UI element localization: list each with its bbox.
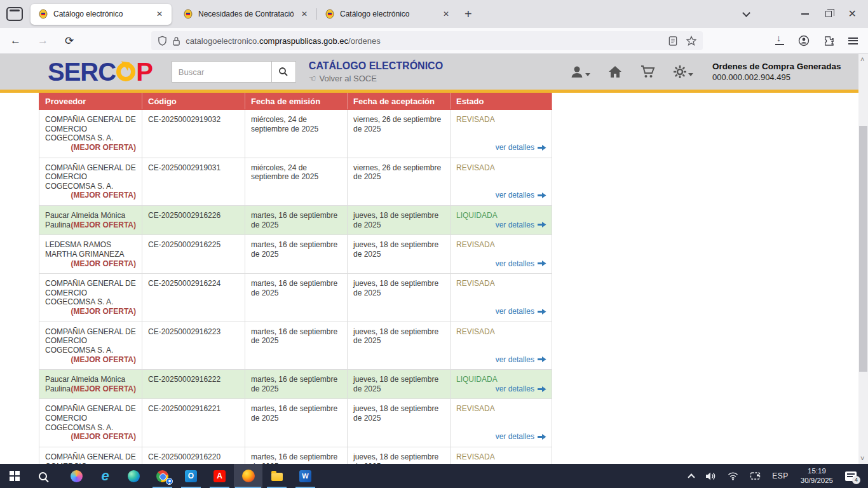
lock-icon[interactable] (172, 36, 180, 46)
home-button[interactable] (608, 65, 622, 78)
search-button[interactable] (272, 61, 296, 83)
status-badge: REVISADA (456, 163, 495, 172)
chrome-button[interactable] (148, 464, 177, 488)
acceptance-date-cell: jueves, 18 de septiembre de 2025 (348, 370, 451, 399)
tab-title: Catálogo electrónico (340, 10, 435, 18)
window-minimize-button[interactable] (801, 13, 809, 15)
best-offer-badge: (MEJOR OFERTA) (71, 259, 136, 269)
provider-name: LEDESMA RAMOS MARTHA GRIMANEZA (45, 240, 124, 259)
ver-detalles-label: ver detalles (496, 191, 534, 200)
copilot-button[interactable] (62, 464, 91, 488)
arrow-right-icon (538, 433, 546, 440)
acceptance-date-cell: jueves, 18 de septiembre de 2025 (348, 399, 451, 447)
arrow-right-icon (538, 386, 546, 393)
reload-button[interactable]: ⟳ (58, 32, 80, 50)
ver-detalles-label: ver detalles (496, 432, 534, 442)
tab-close-icon[interactable]: ✕ (440, 8, 452, 20)
emission-date-cell: martes, 16 de septiembre de 2025 (245, 322, 348, 370)
ver-detalles-link[interactable]: ver detalles (496, 432, 546, 442)
display-connect-button[interactable] (745, 464, 765, 488)
user-menu[interactable] (570, 65, 590, 79)
catalog-search (172, 61, 296, 83)
tab-catalogo-1[interactable]: Catálogo electrónico ✕ (31, 4, 172, 25)
scrollbar-thumb[interactable] (859, 126, 867, 372)
provider-name: COMPAÑIA GENERAL DE COMERCIO COGECOMSA S… (45, 163, 136, 191)
action-center-button[interactable]: 4 (841, 464, 864, 488)
provider-cell: COMPAÑIA GENERAL DE COMERCIO COGECOMSA S… (39, 158, 142, 206)
ver-detalles-label: ver detalles (496, 384, 534, 394)
column-header-proveedor: Proveedor (39, 93, 142, 110)
ver-detalles-link[interactable]: ver detalles (496, 191, 546, 200)
wifi-button[interactable] (723, 464, 743, 488)
scroll-down-arrow[interactable]: ˅ (860, 456, 866, 461)
settings-menu[interactable] (673, 65, 693, 79)
forward-button[interactable]: → (31, 32, 55, 50)
taskbar-search-button[interactable] (29, 464, 57, 488)
reader-view-icon[interactable] (668, 36, 677, 46)
order-row: COMPAÑIA GENERAL DE COMERCIO COGECOMSA S… (39, 399, 552, 447)
ver-detalles-label: ver detalles (496, 307, 534, 316)
sercop-logo[interactable]: SERC P (48, 59, 153, 85)
tab-close-icon[interactable]: ✕ (154, 8, 165, 20)
cart-button[interactable] (640, 65, 655, 79)
page-title: CATÁLOGO ELECTRÓNICO (309, 60, 443, 72)
internet-explorer-button[interactable]: e (91, 464, 119, 488)
extensions-puzzle-icon[interactable] (824, 36, 834, 46)
search-input[interactable] (172, 61, 272, 83)
search-icon (278, 67, 288, 77)
ver-detalles-link[interactable]: ver detalles (496, 307, 546, 316)
tracking-shield-icon[interactable] (158, 36, 167, 46)
downloads-icon[interactable] (775, 36, 784, 45)
list-all-tabs-icon[interactable] (742, 9, 750, 17)
display-icon (750, 471, 761, 480)
firefox-button[interactable] (234, 464, 262, 488)
tab-close-icon[interactable]: ✕ (299, 8, 310, 20)
tab-catalogo-2[interactable]: Catálogo electrónico ✕ (317, 4, 458, 25)
word-button[interactable]: W (291, 464, 320, 488)
url-domain: compraspublicas.gob.ec (259, 36, 348, 46)
url-bar[interactable]: catalogoelectronico.compraspublicas.gob.… (151, 31, 703, 50)
outlook-button[interactable]: O (177, 464, 205, 488)
new-tab-button[interactable]: + (458, 6, 478, 23)
tray-expand-button[interactable] (684, 464, 698, 488)
wifi-icon (728, 471, 738, 480)
orders-counter: Ordenes de Compra Generadas 000.000.002.… (712, 62, 844, 82)
status-badge: REVISADA (456, 327, 495, 336)
ver-detalles-link[interactable]: ver detalles (496, 259, 546, 269)
firefox-view-icon[interactable] (6, 7, 23, 21)
ver-detalles-link[interactable]: ver detalles (496, 143, 546, 152)
edge-button[interactable] (119, 464, 148, 488)
acrobat-button[interactable]: A (205, 464, 234, 488)
bookmark-star-icon[interactable] (686, 36, 696, 46)
logo-text-right: P (136, 59, 153, 85)
status-badge: REVISADA (456, 240, 495, 249)
volume-button[interactable] (701, 464, 721, 488)
window-close-button[interactable]: ✕ (848, 9, 857, 19)
scroll-up-arrow[interactable]: ˄ (860, 57, 866, 62)
tab-necesidades[interactable]: Necesidades de Contratación y ✕ (175, 4, 316, 25)
window-restore-button[interactable] (825, 11, 832, 17)
taskbar-clock[interactable]: 15:19 30/9/2025 (796, 466, 838, 485)
menu-hamburger-icon[interactable] (848, 37, 858, 44)
chevron-down-icon (688, 73, 693, 76)
file-explorer-button[interactable] (262, 464, 291, 488)
emission-date-cell: martes, 16 de septiembre de 2025 (245, 399, 348, 447)
ver-detalles-link[interactable]: ver detalles (496, 355, 546, 365)
status-badge: REVISADA (456, 452, 495, 461)
provider-name: COMPAÑIA GENERAL DE COMERCIO COGECOMSA S… (45, 115, 136, 142)
language-indicator[interactable]: ESP (768, 464, 793, 488)
ver-detalles-link[interactable]: ver detalles (496, 384, 546, 394)
account-icon[interactable] (798, 35, 810, 46)
ecuador-crest-icon (38, 9, 48, 19)
acrobat-icon: A (214, 470, 226, 482)
page-scrollbar[interactable]: ˄ ˅ (858, 54, 868, 464)
order-row: COMPAÑIA GENERAL DE COMERCIO COGECOMSA S… (39, 322, 552, 370)
back-button[interactable]: ← (4, 32, 27, 50)
best-offer-badge: (MEJOR OFERTA) (71, 384, 136, 394)
volver-al-soce-link[interactable]: ☜ Volver al SOCE (309, 74, 443, 83)
start-button[interactable] (0, 464, 29, 488)
ver-detalles-link[interactable]: ver detalles (496, 220, 546, 230)
user-icon (570, 65, 584, 79)
hand-pointer-icon: ☜ (309, 74, 316, 83)
logo-text-left: SERC (48, 59, 116, 85)
